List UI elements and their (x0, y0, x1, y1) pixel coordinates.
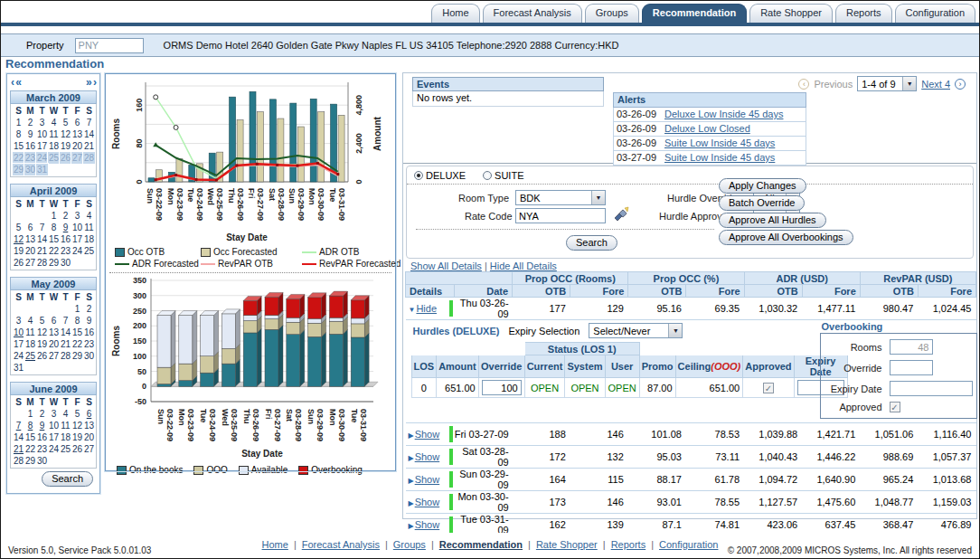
tab-configuration[interactable]: Configuration (895, 4, 975, 23)
rate-code-input[interactable] (515, 208, 606, 223)
tab-reports[interactable]: Reports (835, 4, 892, 23)
calendar-day: 2 (83, 303, 95, 315)
expand-icon[interactable]: ▶ (409, 454, 414, 462)
expand-icon[interactable]: ▶ (409, 477, 414, 485)
svg-text:Fri: Fri (264, 409, 273, 420)
tab-home[interactable]: Home (431, 4, 479, 23)
calendar-day[interactable]: 9 (60, 222, 71, 233)
expiry-selection-select[interactable]: Select/Never▼ (589, 323, 683, 338)
hide-all-details-link[interactable]: Hide All Details (490, 261, 557, 271)
row-toggle-link[interactable]: Show (415, 429, 440, 440)
footer-link-groups[interactable]: Groups (393, 539, 426, 550)
pagination-next-icon[interactable]: › (955, 79, 966, 90)
approve-all-overbookings-button[interactable]: Approve All Overbookings (719, 230, 853, 245)
calendar-day[interactable]: 29 (13, 164, 24, 175)
month-title: May 2009 (10, 277, 97, 290)
svg-text:Mon: Mon (328, 409, 337, 426)
calendar-next-icon[interactable]: » › (86, 76, 96, 89)
radio-deluxe-icon[interactable] (414, 171, 423, 180)
row-toggle-link[interactable]: Show (415, 451, 440, 462)
radio-deluxe[interactable]: DELUXE (414, 170, 466, 181)
calendar-day[interactable]: 26 (60, 152, 71, 164)
overbooking-rooms-input[interactable] (890, 339, 933, 355)
batch-override-button[interactable]: Batch Override (719, 195, 805, 211)
tab-rate-shopper[interactable]: Rate Shopper (749, 4, 833, 23)
alert-link[interactable]: Deluxe Low Closed (664, 122, 750, 136)
row-toggle-link[interactable]: Show (415, 474, 440, 485)
show-all-details-link[interactable]: Show All Details (410, 261, 482, 271)
calendar-day: 29 (48, 257, 60, 269)
calendar-day[interactable]: 8 (24, 420, 36, 431)
calendar-month: May 2009SMTWTFS1234567891011121314151617… (10, 277, 97, 375)
footer-link-reports[interactable]: Reports (611, 539, 646, 550)
alert-link[interactable]: Deluxe Low Inside 45 days (664, 108, 783, 121)
calendar-day: 20 (83, 431, 95, 443)
value-cell: 129 (570, 298, 628, 320)
tab-groups[interactable]: Groups (585, 4, 639, 23)
room-type-select[interactable]: BDK▼ (515, 190, 606, 205)
sub-header-otb: OTB (744, 285, 802, 298)
pagination-prev-icon[interactable]: ‹ (798, 79, 809, 90)
svg-text:03-25-09: 03-25-09 (215, 188, 224, 221)
alert-link[interactable]: Suite Low Inside 45 days (664, 137, 775, 150)
calendar-search-button[interactable]: Search (42, 471, 93, 487)
calendar-day[interactable]: 22 (13, 152, 24, 164)
overbooking-title: Overbooking (820, 320, 977, 333)
tab-recommendation[interactable]: Recommendation (642, 4, 747, 23)
calendar-day[interactable]: 25 (48, 152, 60, 164)
row-toggle-link[interactable]: Show (415, 497, 440, 507)
svg-text:350: 350 (133, 276, 146, 285)
filter-search-button[interactable]: Search (566, 235, 617, 251)
pagination-range-select[interactable]: 1-4 of 9 ▼ (857, 76, 917, 91)
overbooking-approved-checkbox[interactable]: ✓ (890, 402, 900, 412)
alert-link[interactable]: Suite Low Inside 45 days (664, 151, 775, 165)
calendar-day: 3 (71, 210, 83, 222)
overbooking-override-input[interactable] (890, 360, 933, 375)
overbooking-expiry-input[interactable] (890, 381, 973, 396)
svg-text:03-24-09: 03-24-09 (195, 188, 204, 221)
value-cell: 1,446.22 (802, 446, 860, 469)
hurdle-override-input[interactable] (482, 380, 522, 395)
footer-link-forecast-analysis[interactable]: Forecast Analysis (302, 539, 380, 550)
calendar-day[interactable]: 28 (83, 152, 95, 164)
hurdle-promo: 87.00 (639, 378, 675, 398)
row-toggle-link[interactable]: Hide (416, 303, 437, 314)
calendar-day[interactable]: 31 (36, 164, 48, 175)
weekday-header: W (48, 291, 60, 303)
pagination-next-link[interactable]: Next 4 (921, 79, 950, 90)
calendar-day[interactable]: 6 (83, 408, 95, 420)
calendar-day[interactable]: 12 (13, 233, 24, 245)
tab-forecast-analysis[interactable]: Forecast Analysis (483, 4, 582, 23)
calendar-day[interactable]: 21 (13, 443, 24, 455)
calendar-day[interactable]: 7 (13, 420, 24, 431)
footer-link-recommendation[interactable]: Recommendation (439, 539, 523, 550)
lov-torch-icon[interactable] (613, 206, 629, 223)
calendar-day[interactable]: 30 (24, 164, 36, 175)
hurdle-approved-checkbox[interactable]: ✓ (763, 383, 774, 393)
calendar-day: 6 (48, 315, 60, 327)
expand-icon[interactable]: ▶ (409, 522, 414, 530)
apply-changes-button[interactable]: Apply Changes (719, 178, 806, 194)
radio-suite[interactable]: SUITE (483, 170, 523, 181)
footer-link-configuration[interactable]: Configuration (659, 539, 718, 550)
approve-all-hurdles-button[interactable]: Approve All Hurdles (719, 213, 826, 228)
footer-link-home[interactable]: Home (262, 539, 288, 550)
calendar-day[interactable]: 27 (71, 152, 83, 164)
calendar-day[interactable]: 9 (36, 420, 48, 431)
row-toggle-link[interactable]: Show (415, 519, 440, 530)
calendar-day[interactable]: 10 (13, 327, 24, 338)
svg-text:100: 100 (133, 352, 146, 361)
expand-icon[interactable]: ▶ (409, 499, 414, 507)
property-input[interactable] (75, 38, 144, 53)
legend-swatch (193, 466, 203, 475)
collapse-icon[interactable]: ▼ (409, 306, 416, 314)
group-header-revpar-usd-: RevPAR (USD) (860, 272, 975, 285)
expand-icon[interactable]: ▶ (409, 431, 414, 440)
calendar-prev-icon[interactable]: ‹ « (11, 76, 21, 89)
calendar-day[interactable]: 23 (24, 152, 36, 164)
calendar-day[interactable]: 24 (36, 152, 48, 164)
footer-link-rate-shopper[interactable]: Rate Shopper (536, 539, 598, 550)
calendar-day: 27 (24, 257, 36, 269)
radio-suite-icon[interactable] (483, 171, 492, 180)
calendar-day[interactable]: 25 (24, 350, 36, 362)
